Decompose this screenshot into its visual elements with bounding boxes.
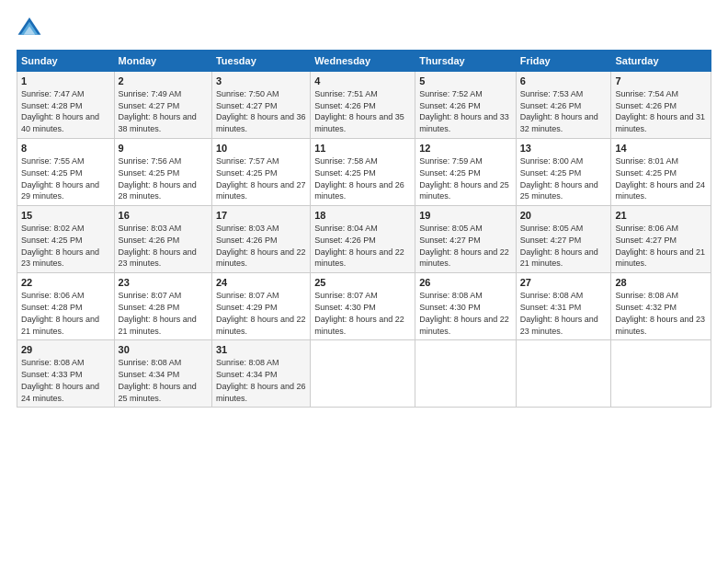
calendar-cell: 8Sunrise: 7:55 AMSunset: 4:25 PMDaylight… <box>17 139 115 206</box>
sunrise: Sunrise: 7:59 AM <box>419 156 483 166</box>
daylight: Daylight: 8 hours and 24 minutes. <box>21 382 99 403</box>
day-number: 10 <box>216 142 306 155</box>
calendar-cell <box>516 340 611 408</box>
daylight: Daylight: 8 hours and 21 minutes. <box>21 315 99 336</box>
sunset: Sunset: 4:29 PM <box>216 303 278 312</box>
sunrise: Sunrise: 8:07 AM <box>119 291 182 300</box>
day-number: 25 <box>314 276 411 290</box>
sunrise: Sunrise: 8:07 AM <box>314 291 378 300</box>
day-number: 28 <box>615 276 707 290</box>
sunrise: Sunrise: 8:06 AM <box>21 291 85 300</box>
calendar-cell: 28Sunrise: 8:08 AMSunset: 4:32 PMDayligh… <box>611 273 711 340</box>
daylight: Daylight: 8 hours and 26 minutes. <box>314 180 404 201</box>
col-header-friday: Friday <box>516 51 611 72</box>
calendar-cell: 16Sunrise: 8:03 AMSunset: 4:26 PMDayligh… <box>114 206 211 273</box>
daylight: Daylight: 8 hours and 25 minutes. <box>419 180 509 201</box>
sunset: Sunset: 4:25 PM <box>615 168 677 178</box>
week-row-5: 29Sunrise: 8:08 AMSunset: 4:33 PMDayligh… <box>17 340 711 408</box>
sunset: Sunset: 4:25 PM <box>21 236 83 245</box>
col-header-thursday: Thursday <box>415 51 516 72</box>
sunset: Sunset: 4:26 PM <box>216 236 278 245</box>
logo-icon <box>17 15 42 40</box>
daylight: Daylight: 8 hours and 22 minutes. <box>419 247 509 269</box>
daylight: Daylight: 8 hours and 22 minutes. <box>314 315 404 336</box>
sunrise: Sunrise: 7:49 AM <box>119 89 182 98</box>
day-number: 31 <box>216 343 306 357</box>
calendar-cell: 26Sunrise: 8:08 AMSunset: 4:30 PMDayligh… <box>415 273 516 340</box>
daylight: Daylight: 8 hours and 27 minutes. <box>216 180 306 201</box>
sunrise: Sunrise: 8:08 AM <box>216 358 279 367</box>
calendar-cell: 23Sunrise: 8:07 AMSunset: 4:28 PMDayligh… <box>114 273 211 340</box>
day-number: 6 <box>520 75 608 88</box>
sunrise: Sunrise: 8:06 AM <box>615 224 678 233</box>
calendar-cell <box>415 340 516 408</box>
day-number: 9 <box>119 142 208 155</box>
daylight: Daylight: 8 hours and 23 minutes. <box>119 247 197 269</box>
daylight: Daylight: 8 hours and 22 minutes. <box>314 247 404 269</box>
calendar-cell: 7Sunrise: 7:54 AMSunset: 4:26 PMDaylight… <box>611 72 711 139</box>
sunrise: Sunrise: 7:52 AM <box>419 89 483 98</box>
daylight: Daylight: 8 hours and 22 minutes. <box>216 315 306 336</box>
daylight: Daylight: 8 hours and 25 minutes. <box>119 382 197 403</box>
day-number: 21 <box>615 209 707 223</box>
header <box>17 15 711 40</box>
sunrise: Sunrise: 8:02 AM <box>21 224 85 233</box>
day-number: 4 <box>314 75 411 88</box>
calendar-cell: 13Sunrise: 8:00 AMSunset: 4:25 PMDayligh… <box>516 139 611 206</box>
sunrise: Sunrise: 7:53 AM <box>520 89 584 98</box>
sunrise: Sunrise: 8:08 AM <box>21 358 85 367</box>
sunset: Sunset: 4:26 PM <box>314 101 376 110</box>
calendar-cell: 2Sunrise: 7:49 AMSunset: 4:27 PMDaylight… <box>114 72 211 139</box>
sunrise: Sunrise: 8:08 AM <box>520 291 584 300</box>
daylight: Daylight: 8 hours and 33 minutes. <box>419 112 509 133</box>
sunrise: Sunrise: 7:57 AM <box>216 156 279 166</box>
week-row-4: 22Sunrise: 8:06 AMSunset: 4:28 PMDayligh… <box>17 273 711 340</box>
day-number: 27 <box>520 276 608 290</box>
day-number: 24 <box>216 276 306 290</box>
col-header-monday: Monday <box>114 51 211 72</box>
sunset: Sunset: 4:27 PM <box>216 101 278 110</box>
sunset: Sunset: 4:27 PM <box>419 236 481 245</box>
day-number: 30 <box>119 343 208 357</box>
header-row: SundayMondayTuesdayWednesdayThursdayFrid… <box>17 51 711 72</box>
calendar-cell: 31Sunrise: 8:08 AMSunset: 4:34 PMDayligh… <box>211 340 310 408</box>
day-number: 20 <box>520 209 608 223</box>
day-number: 17 <box>216 209 306 223</box>
daylight: Daylight: 8 hours and 31 minutes. <box>615 112 705 133</box>
day-number: 8 <box>21 142 110 155</box>
calendar-cell: 9Sunrise: 7:56 AMSunset: 4:25 PMDaylight… <box>114 139 211 206</box>
sunset: Sunset: 4:32 PM <box>615 303 677 312</box>
day-number: 15 <box>21 209 110 223</box>
day-number: 5 <box>419 75 511 88</box>
daylight: Daylight: 8 hours and 26 minutes. <box>216 382 306 403</box>
sunset: Sunset: 4:28 PM <box>21 101 83 110</box>
sunset: Sunset: 4:31 PM <box>520 303 582 312</box>
calendar-cell: 4Sunrise: 7:51 AMSunset: 4:26 PMDaylight… <box>311 72 415 139</box>
week-row-1: 1Sunrise: 7:47 AMSunset: 4:28 PMDaylight… <box>17 72 711 139</box>
calendar-cell: 14Sunrise: 8:01 AMSunset: 4:25 PMDayligh… <box>611 139 711 206</box>
page: SundayMondayTuesdayWednesdayThursdayFrid… <box>0 0 728 563</box>
calendar-cell: 22Sunrise: 8:06 AMSunset: 4:28 PMDayligh… <box>17 273 115 340</box>
week-row-3: 15Sunrise: 8:02 AMSunset: 4:25 PMDayligh… <box>17 206 711 273</box>
sunset: Sunset: 4:28 PM <box>21 303 83 312</box>
sunrise: Sunrise: 8:05 AM <box>419 224 483 233</box>
sunrise: Sunrise: 7:54 AM <box>615 89 678 98</box>
day-number: 12 <box>419 142 511 155</box>
calendar-cell: 1Sunrise: 7:47 AMSunset: 4:28 PMDaylight… <box>17 72 115 139</box>
calendar-cell: 11Sunrise: 7:58 AMSunset: 4:25 PMDayligh… <box>311 139 415 206</box>
sunrise: Sunrise: 7:51 AM <box>314 89 378 98</box>
sunrise: Sunrise: 8:03 AM <box>119 224 182 233</box>
day-number: 16 <box>119 209 208 223</box>
sunrise: Sunrise: 7:58 AM <box>314 156 378 166</box>
calendar-cell: 17Sunrise: 8:03 AMSunset: 4:26 PMDayligh… <box>211 206 310 273</box>
sunset: Sunset: 4:26 PM <box>520 101 582 110</box>
col-header-wednesday: Wednesday <box>311 51 415 72</box>
sunset: Sunset: 4:26 PM <box>419 101 481 110</box>
logo <box>17 15 46 40</box>
sunset: Sunset: 4:27 PM <box>520 236 582 245</box>
daylight: Daylight: 8 hours and 25 minutes. <box>520 180 598 201</box>
calendar-cell: 21Sunrise: 8:06 AMSunset: 4:27 PMDayligh… <box>611 206 711 273</box>
sunset: Sunset: 4:28 PM <box>119 303 180 312</box>
sunrise: Sunrise: 8:00 AM <box>520 156 584 166</box>
sunrise: Sunrise: 8:08 AM <box>419 291 483 300</box>
